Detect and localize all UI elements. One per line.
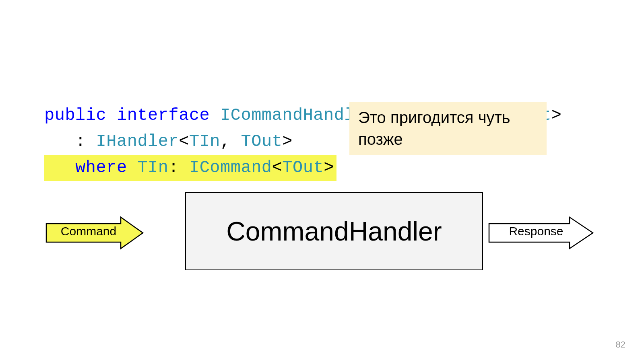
arrow-out-label: Response xyxy=(504,224,568,238)
arrow-in-label: Command xyxy=(56,224,121,238)
arrow-response: Response xyxy=(487,215,596,251)
handler-diagram: Command CommandHandler Response xyxy=(44,189,600,274)
callout-note: Это пригодится чуть позже xyxy=(349,102,547,155)
tparam-tin: TIn xyxy=(137,158,168,177)
angle-close: > xyxy=(551,106,562,125)
tparam-tout: TOut xyxy=(241,132,282,151)
keyword-interface: interface xyxy=(117,106,210,125)
angle-close: > xyxy=(282,132,293,151)
angle-close: > xyxy=(324,158,334,177)
page-number: 82 xyxy=(616,339,625,350)
type-icommand: ICommand xyxy=(189,158,272,177)
handler-box: CommandHandler xyxy=(185,192,483,270)
colon: : xyxy=(169,158,179,177)
keyword-where: where xyxy=(75,158,127,177)
colon: : xyxy=(75,132,86,151)
tparam-tout: TOut xyxy=(282,158,324,177)
angle-open: < xyxy=(272,158,283,177)
handler-box-label: CommandHandler xyxy=(226,216,442,247)
keyword-public: public xyxy=(44,106,106,125)
arrow-command: Command xyxy=(44,215,145,251)
type-ihandler: IHandler xyxy=(96,132,179,151)
constraint-highlight: where TIn: ICommand<TOut> xyxy=(44,155,336,181)
comma: , xyxy=(220,132,231,151)
tparam-tin: TIn xyxy=(189,132,220,151)
angle-open: < xyxy=(179,132,189,151)
